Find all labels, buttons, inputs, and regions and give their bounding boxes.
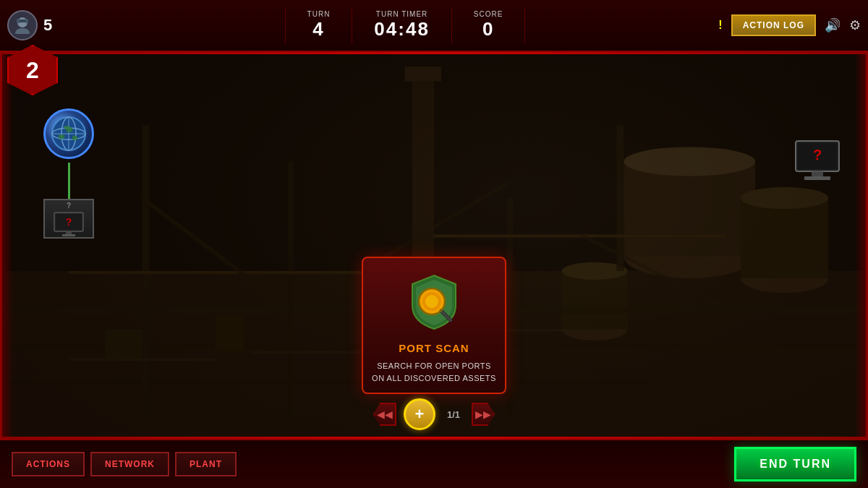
score-value: 0 (474, 18, 503, 40)
plant-tab[interactable]: PLANT (175, 452, 237, 476)
svg-text:?: ? (813, 147, 822, 163)
bottom-bar: ACTIONS NETWORK PLANT END TURN (0, 439, 868, 488)
network-area: ? ? (43, 108, 94, 239)
player-count: 5 (43, 16, 52, 35)
svg-rect-19 (106, 330, 142, 359)
action-log-label: ACTION LOG (743, 20, 804, 30)
svg-rect-18 (616, 125, 624, 271)
score-stat: SCORE 0 (452, 7, 526, 43)
card-counter: 1/1 (443, 409, 464, 420)
settings-icon[interactable]: ⚙ (849, 17, 861, 33)
svg-rect-30 (252, 351, 361, 354)
center-hud: TURN 4 TURN TIMER 04:48 SCORE 0 (94, 7, 716, 43)
globe-node[interactable] (43, 108, 94, 159)
turn-value: 4 (307, 18, 331, 40)
svg-rect-6 (741, 198, 828, 278)
card-panel: PORT SCAN SEARCH FOR OPEN PORTS ON ALL D… (362, 257, 506, 430)
svg-rect-50 (804, 176, 830, 180)
player-info: 5 (7, 10, 94, 40)
svg-rect-13 (0, 380, 653, 384)
svg-rect-45 (62, 234, 75, 236)
card-title: PORT SCAN (399, 342, 469, 354)
svg-rect-17 (507, 198, 513, 417)
svg-text:?: ? (66, 216, 72, 228)
svg-rect-9 (562, 271, 628, 330)
action-card[interactable]: PORT SCAN SEARCH FOR OPEN PORTS ON ALL D… (362, 257, 506, 394)
timer-stat: TURN TIMER 04:48 (352, 7, 452, 43)
hex-shape: 2 (7, 45, 58, 95)
svg-point-53 (425, 295, 438, 308)
svg-rect-15 (288, 161, 294, 416)
end-turn-button[interactable]: END TURN (734, 447, 856, 481)
score-label: SCORE (474, 10, 503, 18)
svg-rect-29 (69, 359, 215, 361)
svg-rect-44 (66, 231, 72, 234)
svg-rect-20 (215, 314, 244, 351)
right-node-area[interactable]: ? (788, 137, 846, 191)
card-navigation: ◀◀ + 1/1 ▶▶ (373, 398, 495, 430)
next-card-button[interactable]: ▶▶ (472, 403, 495, 426)
top-hud: 5 TURN 4 TURN TIMER 04:48 SCORE 0 ! ACTI… (0, 0, 868, 52)
right-hud: ! ACTION LOG 🔊 ⚙ (716, 14, 861, 36)
network-tab[interactable]: NETWORK (90, 452, 169, 476)
card-description: SEARCH FOR OPEN PORTS ON ALL DISCOVERED … (372, 360, 496, 384)
prev-card-button[interactable]: ◀◀ (373, 403, 396, 426)
hex-number: 2 (26, 57, 39, 84)
hex-badge: 2 (7, 45, 58, 95)
svg-rect-28 (405, 67, 441, 81)
add-card-button[interactable]: + (404, 398, 435, 430)
node-line (68, 163, 70, 199)
svg-rect-35 (25, 19, 28, 23)
alert-icon: ! (718, 19, 722, 32)
svg-rect-34 (17, 19, 20, 23)
avatar (7, 10, 38, 40)
timer-value: 04:48 (374, 18, 430, 40)
actions-tab[interactable]: ACTIONS (12, 452, 85, 476)
sound-icon[interactable]: 🔊 (825, 17, 841, 33)
turn-label: TURN (307, 10, 331, 18)
unknown-node-left[interactable]: ? ? (43, 199, 94, 239)
svg-rect-27 (412, 74, 434, 278)
timer-label: TURN TIMER (374, 10, 430, 18)
turn-stat: TURN 4 (285, 7, 353, 43)
svg-point-4 (624, 147, 755, 176)
card-icon (401, 270, 467, 335)
action-log-button[interactable]: ACTION LOG (731, 14, 816, 36)
svg-rect-49 (812, 171, 823, 176)
